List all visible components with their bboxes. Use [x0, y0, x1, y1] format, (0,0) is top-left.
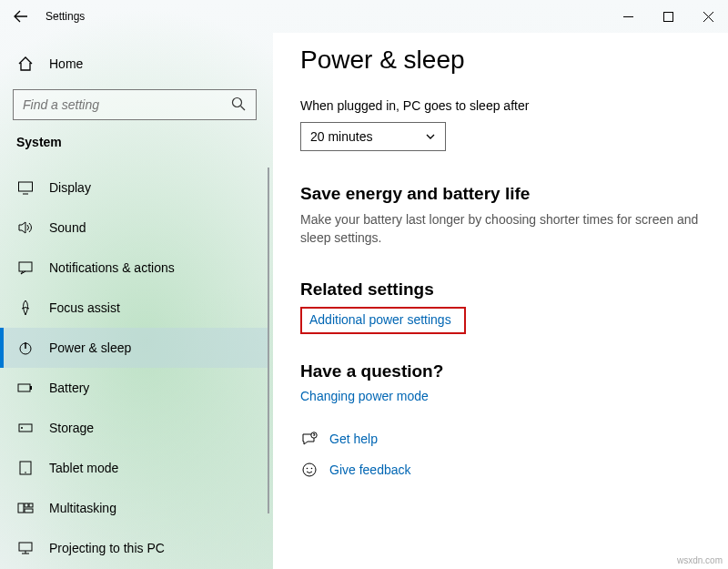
- projecting-icon: [16, 539, 35, 557]
- nav-label: Sound: [49, 220, 86, 235]
- nav-label: Storage: [49, 421, 94, 435]
- search-icon: [231, 97, 248, 113]
- question-section: Have a question? Changing power mode: [300, 361, 701, 403]
- svg-point-17: [303, 463, 316, 476]
- main-pane: Power & sleep When plugged in, PC goes t…: [273, 33, 728, 569]
- nav-label: Focus assist: [49, 300, 120, 315]
- nav-label: Notifications & actions: [49, 260, 175, 275]
- nav-label: Projecting to this PC: [49, 541, 165, 555]
- svg-rect-3: [19, 262, 32, 271]
- sidebar-scrollbar[interactable]: [268, 168, 269, 513]
- home-link[interactable]: Home: [0, 46, 269, 82]
- battery-icon: [16, 379, 35, 397]
- highlight-box: Additional power settings: [300, 307, 466, 334]
- tablet-icon: [16, 459, 35, 477]
- get-help-icon: [300, 431, 318, 447]
- question-heading: Have a question?: [300, 361, 701, 381]
- related-section: Related settings Additional power settin…: [300, 279, 701, 334]
- home-icon: [16, 55, 35, 73]
- sleep-dropdown-value: 20 minutes: [310, 129, 372, 144]
- nav-item-multitasking[interactable]: Multitasking: [0, 488, 269, 528]
- svg-rect-6: [30, 386, 32, 390]
- nav-item-focus-assist[interactable]: Focus assist: [0, 288, 269, 328]
- nav-item-projecting[interactable]: Projecting to this PC: [0, 528, 269, 568]
- get-help-row[interactable]: Get help: [300, 425, 728, 452]
- svg-rect-11: [18, 503, 24, 513]
- window-controls: [608, 2, 728, 31]
- sleep-section: When plugged in, PC goes to sleep after …: [300, 98, 701, 151]
- svg-rect-5: [18, 384, 30, 391]
- watermark: wsxdn.com: [677, 555, 723, 565]
- svg-point-1: [233, 98, 242, 107]
- maximize-button[interactable]: [648, 2, 688, 31]
- nav-item-battery[interactable]: Battery: [0, 368, 269, 408]
- svg-rect-0: [663, 12, 672, 21]
- back-button[interactable]: [0, 0, 42, 33]
- nav-label: Battery: [49, 381, 89, 395]
- focus-assist-icon: [16, 299, 35, 317]
- window-title: Settings: [42, 10, 85, 23]
- nav-list: Display Sound Notifications & actions Fo…: [0, 168, 269, 568]
- nav-item-sound[interactable]: Sound: [0, 208, 269, 248]
- svg-point-18: [307, 468, 308, 470]
- search-input[interactable]: [13, 89, 257, 120]
- additional-power-settings-link[interactable]: Additional power settings: [309, 312, 451, 327]
- sleep-dropdown[interactable]: 20 minutes: [300, 122, 446, 151]
- home-label: Home: [49, 56, 83, 71]
- related-heading: Related settings: [300, 279, 701, 300]
- minimize-icon: [623, 12, 633, 22]
- page-title: Power & sleep: [300, 46, 728, 75]
- get-help-link: Get help: [329, 432, 378, 446]
- minimize-button[interactable]: [608, 2, 648, 31]
- svg-point-19: [311, 468, 313, 470]
- power-icon: [16, 339, 35, 357]
- multitasking-icon: [16, 499, 35, 517]
- energy-desc: Make your battery last longer by choosin…: [300, 211, 701, 247]
- svg-rect-14: [25, 509, 33, 513]
- svg-rect-15: [19, 543, 32, 551]
- titlebar: Settings: [0, 0, 728, 33]
- nav-label: Power & sleep: [49, 340, 131, 355]
- maximize-icon: [663, 12, 673, 22]
- energy-heading: Save energy and battery life: [300, 184, 701, 204]
- search-wrap: [13, 89, 257, 120]
- nav-item-storage[interactable]: Storage: [0, 408, 269, 448]
- nav-item-notifications[interactable]: Notifications & actions: [0, 248, 269, 288]
- storage-icon: [16, 419, 35, 437]
- give-feedback-row[interactable]: Give feedback: [300, 456, 728, 483]
- close-icon: [703, 12, 713, 22]
- give-feedback-link: Give feedback: [329, 462, 411, 477]
- svg-rect-13: [29, 503, 33, 507]
- sound-icon: [16, 218, 35, 237]
- nav-label: Display: [49, 180, 91, 195]
- category-label: System: [0, 135, 269, 155]
- sleep-label: When plugged in, PC goes to sleep after: [300, 98, 701, 113]
- chevron-down-icon: [425, 131, 436, 142]
- changing-power-mode-link[interactable]: Changing power mode: [300, 389, 429, 403]
- svg-rect-2: [19, 182, 33, 191]
- nav-label: Tablet mode: [49, 461, 118, 475]
- nav-item-power-sleep[interactable]: Power & sleep: [0, 328, 269, 368]
- svg-point-10: [25, 472, 26, 473]
- notifications-icon: [16, 259, 35, 277]
- arrow-left-icon: [14, 9, 28, 24]
- svg-point-8: [21, 427, 23, 429]
- nav-item-display[interactable]: Display: [0, 168, 269, 208]
- sidebar: Home System Display Sound Notifications …: [0, 33, 269, 569]
- svg-rect-12: [25, 503, 28, 507]
- nav-item-tablet-mode[interactable]: Tablet mode: [0, 448, 269, 488]
- help-links: Get help Give feedback: [300, 425, 728, 483]
- feedback-icon: [300, 462, 318, 478]
- energy-section: Save energy and battery life Make your b…: [300, 184, 701, 247]
- close-button[interactable]: [688, 2, 728, 31]
- display-icon: [16, 178, 35, 197]
- nav-label: Multitasking: [49, 501, 116, 515]
